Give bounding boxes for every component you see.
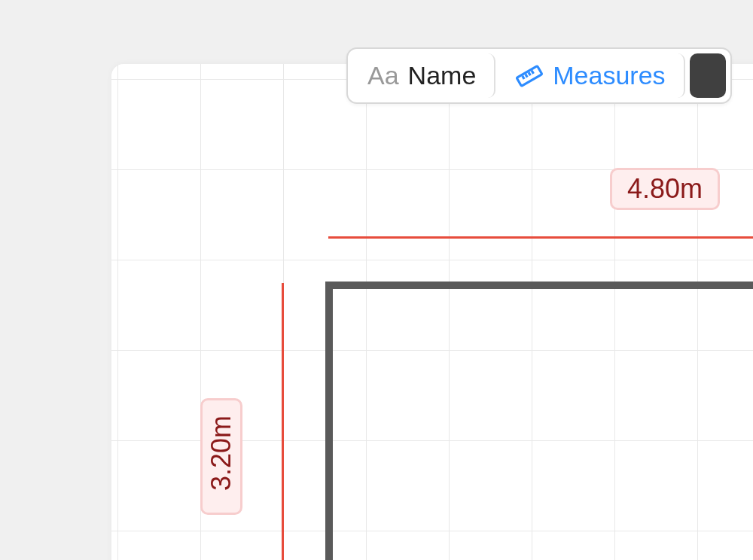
ruler-icon bbox=[515, 62, 544, 90]
text-icon: Aa bbox=[367, 61, 399, 90]
name-tool-label: Name bbox=[408, 61, 477, 90]
name-tool-button[interactable]: Aa Name bbox=[352, 53, 495, 98]
dimension-label-height[interactable]: 3.20m bbox=[200, 398, 242, 515]
dimension-value-height: 3.20m bbox=[206, 415, 237, 491]
dimension-line-height bbox=[282, 283, 284, 560]
svg-line-4 bbox=[532, 70, 533, 73]
dimension-label-width[interactable]: 4.80m bbox=[610, 168, 720, 210]
room-outline[interactable] bbox=[325, 282, 753, 560]
dimension-line-width bbox=[328, 236, 753, 239]
toolbar: Aa Name Measures bbox=[346, 47, 732, 104]
measures-tool-button[interactable]: Measures bbox=[500, 53, 684, 98]
svg-line-2 bbox=[526, 74, 527, 77]
svg-line-1 bbox=[523, 75, 524, 78]
measures-tool-label: Measures bbox=[553, 61, 665, 90]
svg-line-3 bbox=[529, 72, 530, 75]
dimension-value-width: 4.80m bbox=[627, 173, 703, 204]
dark-tool-button[interactable] bbox=[690, 53, 726, 98]
